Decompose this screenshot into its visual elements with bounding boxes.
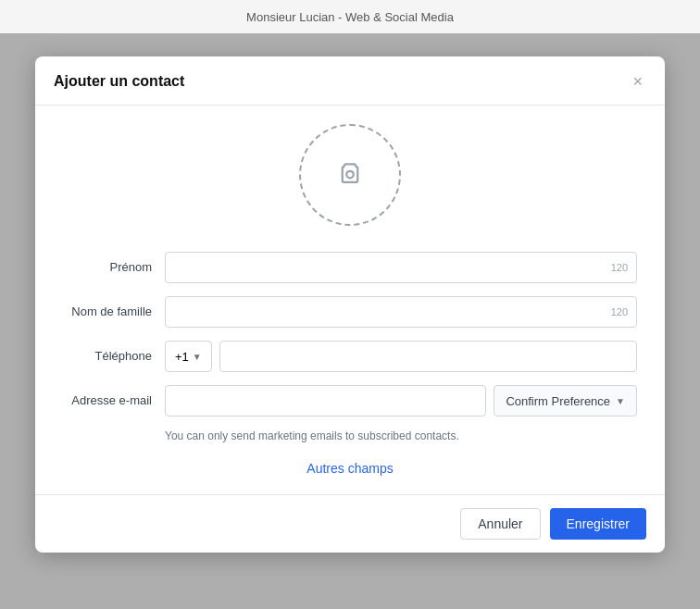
prenom-input-wrapper: 120 [165,252,637,283]
modal-header: Ajouter un contact × [35,56,665,106]
nom-row: Nom de famille 120 [63,296,637,328]
prenom-char-count: 120 [611,262,628,273]
nom-label: Nom de famille [63,304,165,320]
telephone-label: Téléphone [63,348,165,365]
avatar-upload-area[interactable] [63,124,637,226]
email-group: Confirm Preference ▼ [165,385,637,416]
save-button[interactable]: Enregistrer [550,508,646,540]
top-bar: Monsieur Lucian - Web & Social Media [0,0,700,33]
modal-title: Ajouter un contact [54,73,184,90]
modal-body: Prénom 120 Nom de famille 120 Téléphone [35,106,665,494]
nom-char-count: 120 [611,306,628,317]
chevron-down-icon: ▼ [616,396,625,406]
email-control: Confirm Preference ▼ [165,385,637,416]
chevron-down-icon: ▼ [193,352,202,362]
nom-control: 120 [165,296,637,328]
prenom-input[interactable] [165,252,637,283]
marketing-note: You can only send marketing emails to su… [63,429,637,442]
add-contact-modal: Ajouter un contact × Prénom 120 [35,56,665,553]
page-title: Monsieur Lucian - Web & Social Media [246,10,454,24]
svg-point-0 [346,171,354,179]
prenom-row: Prénom 120 [63,252,637,283]
email-row: Adresse e-mail Confirm Preference ▼ [63,385,637,416]
nom-input-wrapper: 120 [165,296,637,328]
prenom-label: Prénom [63,259,165,276]
telephone-row: Téléphone +1 ▼ [63,341,637,372]
confirm-preference-label: Confirm Preference [506,394,610,408]
phone-prefix-button[interactable]: +1 ▼ [165,341,212,372]
prenom-control: 120 [165,252,637,283]
email-input[interactable] [165,385,486,416]
email-label: Adresse e-mail [63,392,165,409]
phone-group: +1 ▼ [165,341,637,372]
cancel-button[interactable]: Annuler [460,508,540,540]
avatar-circle[interactable] [299,124,401,226]
confirm-preference-button[interactable]: Confirm Preference ▼ [494,385,637,416]
modal-footer: Annuler Enregistrer [35,494,665,553]
autres-champs-button[interactable]: Autres champs [306,461,393,476]
phone-prefix-value: +1 [175,350,189,364]
camera-icon [333,156,367,193]
nom-input[interactable] [165,296,637,328]
phone-number-input[interactable] [219,341,637,372]
telephone-control: +1 ▼ [165,341,637,372]
modal-close-button[interactable]: × [629,71,646,92]
other-fields-row: Autres champs [63,461,637,476]
